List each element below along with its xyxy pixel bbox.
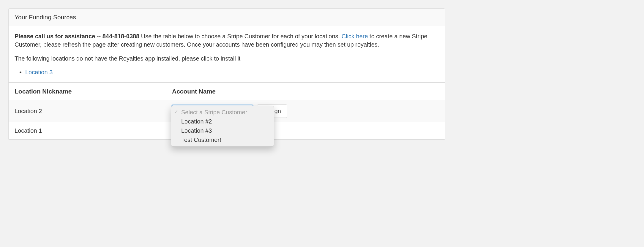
missing-locations-list: Location 3 — [15, 68, 439, 76]
dropdown-option-placeholder: ✓ Select a Stripe Customer — [171, 108, 274, 117]
funding-sources-panel: Your Funding Sources Please call us for … — [8, 8, 445, 140]
panel-heading: Your Funding Sources — [9, 9, 445, 26]
create-stripe-customer-link[interactable]: Click here — [342, 33, 368, 39]
panel-body: Please call us for assistance -- 844-818… — [9, 26, 445, 77]
list-item: Location 3 — [25, 68, 439, 76]
dropdown-option[interactable]: Location #3 — [171, 126, 274, 135]
check-icon: ✓ — [174, 109, 178, 115]
cell-account: Select a Stripe Customer ✓ Select a Stri… — [166, 100, 445, 122]
assistance-phone: Please call us for assistance -- 844-818… — [15, 33, 139, 39]
dropdown-option[interactable]: Test Customer! — [171, 135, 274, 145]
intro-paragraph: Please call us for assistance -- 844-818… — [15, 32, 439, 49]
missing-locations-text: The following locations do not have the … — [15, 54, 439, 63]
funding-sources-table: Location Nickname Account Name Location … — [9, 82, 445, 139]
panel-title: Your Funding Sources — [15, 14, 76, 20]
col-header-account: Account Name — [166, 83, 445, 100]
install-location-link[interactable]: Location 3 — [25, 69, 53, 75]
dropdown-option-label: Location #2 — [181, 118, 212, 125]
dropdown-option-label: Test Customer! — [181, 137, 221, 143]
intro-text-before-link: Use the table below to choose a Stripe C… — [139, 33, 341, 39]
stripe-customer-dropdown: ✓ Select a Stripe Customer Location #2 L… — [171, 106, 274, 147]
dropdown-option-label: Location #3 — [181, 127, 212, 134]
stripe-customer-select-wrap: Select a Stripe Customer ✓ Select a Stri… — [172, 107, 253, 115]
table-header-row: Location Nickname Account Name — [9, 83, 445, 100]
dropdown-option-label: Select a Stripe Customer — [181, 109, 247, 115]
cell-nickname: Location 2 — [9, 100, 166, 122]
table-row: Location 2 Select a Stripe Customer ✓ Se… — [9, 100, 445, 122]
dropdown-option[interactable]: Location #2 — [171, 117, 274, 126]
col-header-nickname: Location Nickname — [9, 83, 166, 100]
cell-nickname: Location 1 — [9, 122, 166, 139]
